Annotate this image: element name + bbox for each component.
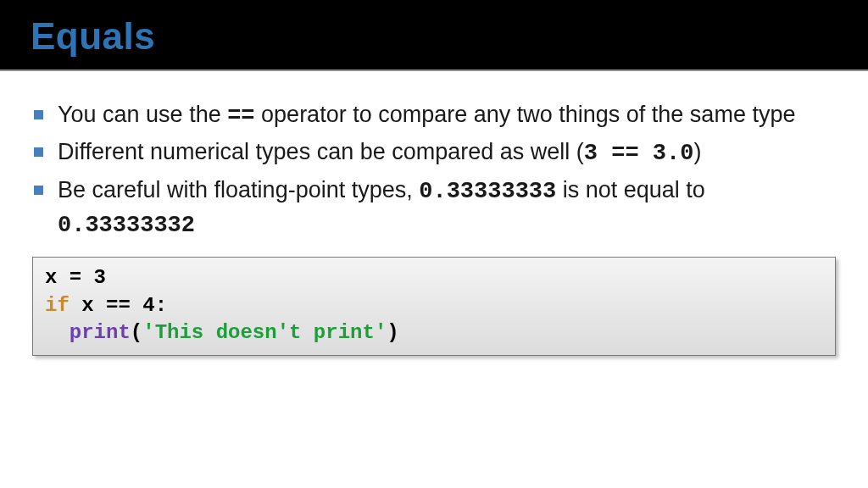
slide-body: You can use the == operator to compare a… (0, 71, 868, 356)
code-text: ) (387, 321, 398, 344)
bullet-item: Be careful with floating-point types, 0.… (31, 174, 837, 242)
slide-title: Equals (31, 15, 837, 58)
bullet-text: ) (693, 139, 701, 164)
slide-header: Equals (0, 0, 868, 69)
bullet-text: operator to compare any two things of th… (255, 102, 796, 127)
bullet-text: Different numerical types can be compare… (58, 139, 584, 164)
code-keyword: if (45, 294, 70, 317)
code-block: x = 3 if x == 4: print('This doesn't pri… (32, 257, 836, 356)
bullet-text: You can use the (58, 102, 227, 127)
code-text: x = 3 (45, 266, 106, 289)
slide: Equals You can use the == operator to co… (0, 0, 868, 488)
bullet-item: Different numerical types can be compare… (31, 136, 837, 169)
bullet-text: is not equal to (556, 177, 705, 202)
bullet-text: Be careful with floating-point types, (58, 177, 419, 202)
bullet-list: You can use the == operator to compare a… (31, 98, 837, 241)
code-indent (45, 321, 70, 344)
inline-code: 3 == 3.0 (584, 141, 694, 166)
code-text: x == 4: (70, 294, 167, 317)
inline-code: 0.33333333 (419, 179, 556, 204)
bullet-item: You can use the == operator to compare a… (31, 98, 837, 132)
code-text: ( (131, 321, 142, 344)
code-string: 'This doesn't print' (142, 321, 387, 344)
inline-code: 0.33333332 (58, 213, 195, 238)
code-builtin: print (70, 321, 131, 344)
inline-code: == (227, 103, 254, 129)
